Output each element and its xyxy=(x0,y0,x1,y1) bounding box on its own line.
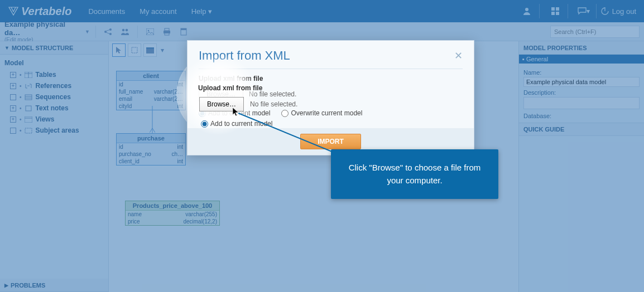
file-status: No file selected. xyxy=(249,90,296,98)
import-button[interactable]: IMPORT xyxy=(300,134,361,149)
hint-tooltip: Click "Browse" to choose a file from you… xyxy=(331,149,498,199)
modal-close-icon[interactable]: ✕ xyxy=(454,50,463,62)
radio-overwrite[interactable]: Overwrite current model xyxy=(281,109,362,117)
upload-label: Upload xml from file xyxy=(199,75,463,82)
radio-add-overlay[interactable] xyxy=(201,120,208,128)
browse-button-highlight[interactable]: Browse… xyxy=(199,97,244,111)
modal-title: Import from XML xyxy=(199,48,454,63)
